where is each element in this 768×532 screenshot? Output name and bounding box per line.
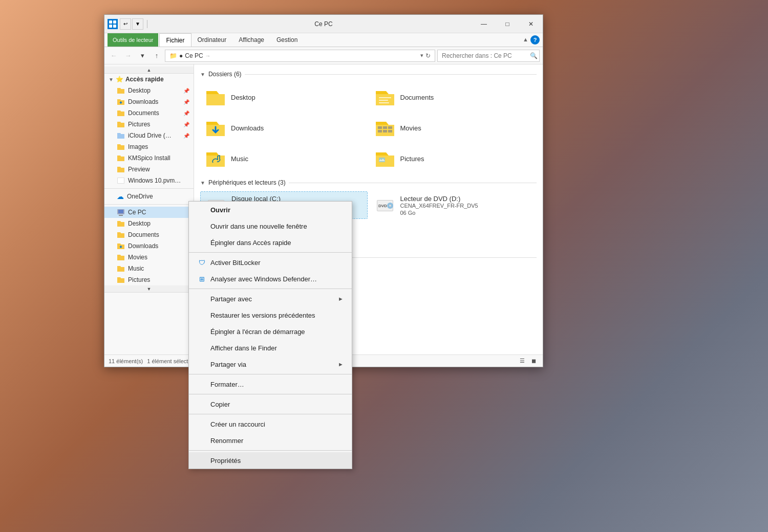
ctx-sep3 xyxy=(189,374,352,374)
drive-d-sublabel: CENA_X64FREV_FR-FR_DV5 xyxy=(400,203,532,209)
sidebar-icloud-label: iCloud Drive (… xyxy=(128,132,172,139)
dropdown-button[interactable]: ▾ xyxy=(136,50,148,62)
view-details-button[interactable]: ☰ xyxy=(517,356,527,366)
ctx-partager-avec[interactable]: Partager avec ► xyxy=(189,291,352,307)
ctx-sep5 xyxy=(189,414,352,414)
ctx-partager-via-label: Partager via xyxy=(210,361,246,368)
address-path[interactable]: 📁 ● Ce PC → ▾ ↻ xyxy=(165,50,435,62)
sidebar-item-desktop2[interactable]: Desktop xyxy=(104,218,194,229)
search-input[interactable] xyxy=(437,50,540,62)
maximize-button[interactable]: □ xyxy=(496,15,519,33)
ctx-partager-via-arrow: ► xyxy=(338,361,344,367)
quick-access-label: Accès rapide xyxy=(125,76,164,83)
tab-affichage[interactable]: Affichage xyxy=(232,33,270,47)
refresh-icon[interactable]: ↻ xyxy=(425,52,431,59)
ctx-formater[interactable]: Formater… xyxy=(189,376,352,392)
qa-down[interactable]: ▼ xyxy=(132,18,143,30)
up-button[interactable]: ↑ xyxy=(151,50,163,62)
svg-rect-2 xyxy=(109,25,112,28)
sidebar-item-music[interactable]: Music xyxy=(104,263,194,274)
ctx-ouvrir-fenetre[interactable]: Ouvrir dans une nouvelle fenêtre xyxy=(189,218,352,234)
ribbon: Outils de lecteur Fichier Ordinateur Aff… xyxy=(104,33,543,47)
sidebar-item-ce-pc[interactable]: Ce PC xyxy=(104,207,194,218)
sidebar-item-kmspico[interactable]: KMSpico Install xyxy=(104,152,194,164)
ctx-copier-icon xyxy=(197,400,206,409)
sidebar-onedrive-label: OneDrive xyxy=(127,193,153,200)
ctx-bitlocker[interactable]: 🛡 Activer BitLocker xyxy=(189,254,352,271)
back-button[interactable]: ← xyxy=(108,50,120,62)
ctx-afficher-label: Afficher dans le Finder xyxy=(210,344,277,352)
folder-item-music[interactable]: Music xyxy=(200,144,368,173)
sidebar-item-pictures2[interactable]: Pictures xyxy=(104,274,194,285)
folder-item-pictures[interactable]: Pictures xyxy=(370,144,537,173)
ctx-ouvrir-fenetre-left: Ouvrir dans une nouvelle fenêtre xyxy=(197,221,307,231)
ctx-epingler-ecran[interactable]: Épingler à l'écran de démarrage xyxy=(189,323,352,340)
sidebar-quick-access-header[interactable]: ▼ ⭐ Accès rapide xyxy=(104,74,194,85)
ctx-creer-raccourci[interactable]: Créer un raccourci xyxy=(189,416,352,432)
ctx-restaurer[interactable]: Restaurer les versions précédentes xyxy=(189,307,352,323)
sidebar-item-desktop[interactable]: Desktop 📌 xyxy=(104,85,194,96)
folder-item-desktop[interactable]: Desktop xyxy=(200,83,368,112)
tab-ordinateur[interactable]: Ordinateur xyxy=(191,33,233,47)
sidebar-item-documents2[interactable]: Documents xyxy=(104,229,194,240)
ctx-epingler-acces[interactable]: Épingler dans Accès rapide xyxy=(189,234,352,251)
sidebar-item-pictures[interactable]: Pictures 📌 xyxy=(104,119,194,130)
ctx-partager-via[interactable]: Partager via ► xyxy=(189,356,352,372)
ctx-creer-icon xyxy=(197,419,206,429)
help-button[interactable]: ? xyxy=(530,35,540,45)
close-button[interactable]: ✕ xyxy=(519,15,543,33)
ctx-ouvrir[interactable]: Ouvrir xyxy=(189,202,352,218)
sidebar-item-downloads2[interactable]: Downloads xyxy=(104,240,194,252)
forward-button[interactable]: → xyxy=(122,50,134,62)
ctx-defender[interactable]: ⊞ Analyser avec Windows Defender… xyxy=(189,271,352,287)
ribbon-collapse-icon[interactable]: ▲ xyxy=(523,36,528,42)
sidebar-item-documents[interactable]: Documents 📌 xyxy=(104,107,194,119)
view-tiles-button[interactable]: ◼ xyxy=(528,356,539,366)
sidebar-divider-2 xyxy=(104,204,194,205)
ctx-ouvrir-fenetre-label: Ouvrir dans une nouvelle fenêtre xyxy=(210,223,307,230)
sidebar-item-preview[interactable]: Preview xyxy=(104,164,194,175)
drive-item-d[interactable]: DVD Lecteur de DVD (D:) CENA_X64FREV_FR-… xyxy=(370,191,537,219)
sidebar-item-onedrive[interactable]: ☁ OneDrive xyxy=(104,191,194,202)
sidebar-item-downloads[interactable]: Downloads 📌 xyxy=(104,96,194,107)
folder-item-downloads[interactable]: Downloads xyxy=(200,114,368,142)
ctx-copier[interactable]: Copier xyxy=(189,396,352,412)
devices-chevron: ▼ xyxy=(200,180,205,186)
sidebar-music-label: Music xyxy=(128,265,144,272)
folder-item-documents[interactable]: Documents xyxy=(370,83,537,112)
ctx-partager-label: Partager avec xyxy=(210,295,252,303)
tab-fichier[interactable]: Fichier xyxy=(159,33,191,47)
tab-gestion[interactable]: Gestion xyxy=(270,33,304,47)
svg-rect-11 xyxy=(379,102,389,103)
ctx-ouvrir-fenetre-icon xyxy=(197,221,206,231)
window-controls: — □ ✕ xyxy=(472,15,543,33)
ctx-bitlocker-left: 🛡 Activer BitLocker xyxy=(197,258,261,267)
sidebar-item-winpvm[interactable]: Windows 10.pvm… xyxy=(104,175,194,186)
minimize-button[interactable]: — xyxy=(472,15,496,33)
sidebar-scroll-down[interactable]: ▼ xyxy=(104,285,194,293)
svg-rect-17 xyxy=(388,130,392,132)
ctx-renommer[interactable]: Renommer xyxy=(189,432,352,449)
window-title: Ce PC xyxy=(314,20,332,28)
ctx-formater-label: Formater… xyxy=(210,381,244,388)
sidebar-item-icloud[interactable]: iCloud Drive (… 📌 xyxy=(104,130,194,141)
path-dropdown-icon[interactable]: ▾ xyxy=(420,52,423,59)
svg-text:DVD: DVD xyxy=(378,204,387,208)
ctx-bitlocker-icon: 🛡 xyxy=(197,258,206,267)
folders-section-header[interactable]: ▼ Dossiers (6) xyxy=(200,71,537,78)
sidebar-images-label: Images xyxy=(128,143,148,150)
pin-icon-doc: 📌 xyxy=(183,110,189,116)
sidebar-item-images[interactable]: Images xyxy=(104,141,194,152)
sidebar-pictures2-label: Pictures xyxy=(128,276,150,283)
svg-rect-5 xyxy=(118,178,124,183)
ctx-restaurer-left: Restaurer les versions précédentes xyxy=(197,311,315,320)
search-icon[interactable]: 🔍 xyxy=(530,52,538,59)
devices-section-header[interactable]: ▼ Périphériques et lecteurs (3) xyxy=(200,179,537,186)
sidebar-scroll-up[interactable]: ▲ xyxy=(104,66,194,74)
ctx-proprietes[interactable]: Propriétés xyxy=(189,452,352,469)
tab-outils-lecteur[interactable]: Outils de lecteur xyxy=(108,33,158,47)
folder-item-movies[interactable]: Movies xyxy=(370,114,537,142)
sidebar-item-movies[interactable]: Movies xyxy=(104,252,194,263)
ctx-afficher-finder[interactable]: Afficher dans le Finder xyxy=(189,340,352,356)
qa-undo[interactable]: ↩ xyxy=(120,18,131,30)
